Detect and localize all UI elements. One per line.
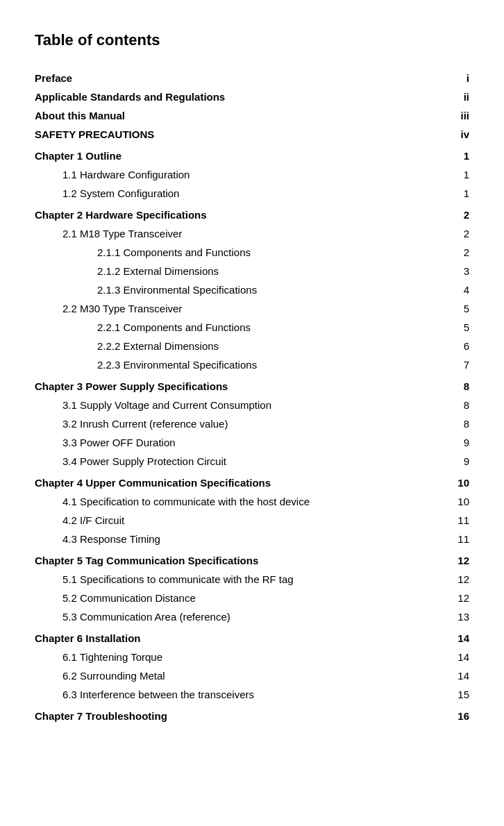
toc-page: 8: [448, 378, 469, 395]
toc-row: SAFETY PRECAUTIONSiv: [35, 125, 469, 144]
toc-page: 1: [448, 148, 469, 165]
toc-page: iii: [448, 108, 469, 124]
toc-label: Chapter 7 Troubleshooting: [35, 708, 167, 725]
toc-label: 1.2 System Configuration: [35, 185, 179, 202]
toc-label: 3.3 Power OFF Duration: [35, 435, 176, 451]
toc-row: 5.2 Communication Distance12: [35, 589, 469, 607]
toc-page: 10: [448, 475, 469, 491]
toc-page: 16: [448, 708, 469, 725]
toc-page: 14: [448, 649, 469, 666]
toc-label: 4.3 Response Timing: [35, 531, 160, 548]
toc-page: 12: [448, 590, 469, 607]
toc-row: About this Manualiii: [35, 106, 469, 125]
toc-row: Chapter 6 Installation14: [35, 629, 469, 648]
toc-page: iv: [448, 126, 469, 143]
toc-page: 7: [448, 357, 469, 373]
toc-row: 2.2.3 Environmental Specifications7: [35, 355, 469, 374]
toc-label: 4.1 Specification to communicate with th…: [35, 494, 310, 510]
toc-label: SAFETY PRECAUTIONS: [35, 126, 154, 143]
toc-label: 6.2 Surrounding Metal: [35, 668, 165, 684]
toc-row: 2.1.3 Environmental Specifications4: [35, 280, 469, 299]
page-title: Table of contents: [35, 28, 469, 52]
toc-page: 12: [448, 571, 469, 588]
toc-row: 2.1.1 Components and Functions2: [35, 243, 469, 262]
toc-label: 3.1 Supply Voltage and Current Consumpti…: [35, 397, 271, 414]
toc-page: 3: [448, 263, 469, 280]
toc-row: 1.2 System Configuration1: [35, 184, 469, 203]
toc-label: 2.1.3 Environmental Specifications: [35, 282, 257, 298]
toc-page: 1: [448, 185, 469, 202]
toc-label: 2.2.2 External Dimensions: [35, 338, 219, 355]
toc-label: 6.3 Interference between the transceiver…: [35, 686, 254, 703]
toc-page: 8: [448, 416, 469, 432]
toc-page: 15: [448, 686, 469, 703]
toc-row: 5.1 Specifications to communicate with t…: [35, 570, 469, 589]
toc-page: 5: [448, 301, 469, 317]
toc-row: 2.2 M30 Type Transceiver5: [35, 299, 469, 318]
toc-label: Chapter 6 Installation: [35, 630, 141, 647]
toc-container: PrefaceiApplicable Standards and Regulat…: [35, 69, 469, 725]
toc-label: 1.1 Hardware Configuration: [35, 167, 190, 183]
toc-row: 6.3 Interference between the transceiver…: [35, 685, 469, 704]
toc-page: 11: [448, 531, 469, 548]
toc-label: 2.1.2 External Dimensions: [35, 263, 219, 280]
toc-label: 2.2.1 Components and Functions: [35, 319, 251, 336]
toc-page: 5: [448, 319, 469, 336]
toc-page: 9: [448, 453, 469, 470]
toc-label: 3.4 Power Supply Protection Circuit: [35, 453, 226, 470]
toc-label: 5.2 Communication Distance: [35, 590, 196, 607]
toc-row: 3.2 Inrush Current (reference value)8: [35, 414, 469, 433]
toc-page: 8: [448, 397, 469, 414]
toc-row: Chapter 3 Power Supply Specifications8: [35, 377, 469, 396]
toc-page: 6: [448, 338, 469, 355]
toc-page: 2: [448, 207, 469, 224]
toc-row: Chapter 4 Upper Communication Specificat…: [35, 473, 469, 492]
toc-label: 4.2 I/F Circuit: [35, 512, 124, 529]
toc-row: Chapter 7 Troubleshooting16: [35, 707, 469, 725]
toc-row: 6.2 Surrounding Metal14: [35, 666, 469, 685]
toc-row: 4.2 I/F Circuit11: [35, 511, 469, 530]
toc-page: 10: [448, 494, 469, 510]
toc-page: 4: [448, 282, 469, 298]
toc-label: Chapter 3 Power Supply Specifications: [35, 378, 228, 395]
toc-label: Preface: [35, 70, 72, 87]
toc-label: 2.2.3 Environmental Specifications: [35, 357, 257, 373]
toc-row: 2.2.2 External Dimensions6: [35, 337, 469, 355]
toc-row: 4.3 Response Timing11: [35, 530, 469, 548]
toc-page: 1: [448, 167, 469, 183]
toc-label: Chapter 2 Hardware Specifications: [35, 207, 207, 224]
toc-label: 2.1.1 Components and Functions: [35, 244, 251, 261]
toc-page: 11: [448, 512, 469, 529]
toc-page: 2: [448, 226, 469, 242]
toc-row: Chapter 2 Hardware Specifications2: [35, 205, 469, 224]
toc-label: 2.1 M18 Type Transceiver: [35, 226, 182, 242]
toc-row: 5.3 Communication Area (reference)13: [35, 607, 469, 626]
toc-row: Chapter 5 Tag Communication Specificatio…: [35, 551, 469, 570]
toc-page: i: [448, 70, 469, 87]
toc-label: 6.1 Tightening Torque: [35, 649, 162, 666]
toc-label: 5.3 Communication Area (reference): [35, 609, 230, 625]
toc-row: 2.1.2 External Dimensions3: [35, 262, 469, 280]
toc-label: About this Manual: [35, 108, 125, 124]
toc-row: Applicable Standards and Regulationsii: [35, 87, 469, 106]
toc-row: 2.1 M18 Type Transceiver2: [35, 224, 469, 243]
toc-label: 5.1 Specifications to communicate with t…: [35, 571, 294, 588]
toc-row: Chapter 1 Outline1: [35, 146, 469, 165]
toc-row: 3.4 Power Supply Protection Circuit9: [35, 452, 469, 471]
toc-page: ii: [448, 89, 469, 106]
toc-label: Chapter 4 Upper Communication Specificat…: [35, 475, 271, 491]
toc-page: 12: [448, 553, 469, 569]
toc-row: 3.3 Power OFF Duration9: [35, 433, 469, 452]
toc-page: 14: [448, 668, 469, 684]
toc-label: Applicable Standards and Regulations: [35, 89, 225, 106]
toc-label: 2.2 M30 Type Transceiver: [35, 301, 182, 317]
toc-row: 4.1 Specification to communicate with th…: [35, 492, 469, 511]
toc-row: Prefacei: [35, 69, 469, 87]
toc-label: 3.2 Inrush Current (reference value): [35, 416, 228, 432]
toc-page: 2: [448, 244, 469, 261]
toc-label: Chapter 5 Tag Communication Specificatio…: [35, 553, 258, 569]
toc-row: 1.1 Hardware Configuration1: [35, 165, 469, 184]
toc-row: 2.2.1 Components and Functions5: [35, 318, 469, 337]
toc-page: 9: [448, 435, 469, 451]
toc-row: 6.1 Tightening Torque14: [35, 648, 469, 666]
